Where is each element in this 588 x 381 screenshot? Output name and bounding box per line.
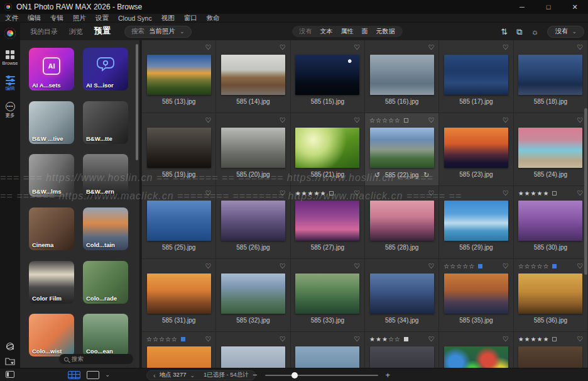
heart-icon[interactable]: ♡ (428, 190, 434, 197)
menu-item[interactable]: 窗口 (184, 14, 197, 23)
preset-card[interactable]: Cold...tain (83, 207, 128, 250)
star-rating[interactable]: ☆☆☆☆☆ (518, 263, 550, 270)
photo-cell[interactable]: ♡585 (17).jpg (439, 40, 513, 113)
tab-inactive[interactable]: 我的目录 (30, 27, 58, 38)
heart-icon[interactable]: ♡ (354, 336, 360, 343)
zoom-slider-knob[interactable] (291, 372, 298, 378)
preset-card[interactable]: Colo...wist (29, 314, 74, 356)
photo-thumbnail[interactable] (518, 201, 582, 241)
photo-cell[interactable]: ♡585 (28).jpg (365, 186, 439, 259)
menu-item[interactable]: 设置 (95, 14, 109, 23)
chevron-down-icon[interactable]: ⌄ (105, 371, 110, 378)
heart-icon[interactable]: ♡ (205, 44, 211, 51)
heart-icon[interactable]: ♡ (280, 263, 286, 270)
photo-cell[interactable]: ☆☆☆☆☆♡585 (35).jpg (439, 259, 513, 332)
photo-thumbnail[interactable] (518, 55, 582, 95)
photo-thumbnail[interactable] (295, 201, 359, 241)
search-filter-option[interactable]: 元数据 (376, 27, 395, 36)
preset-card[interactable]: B&W...lms (29, 154, 74, 197)
photo-cell[interactable]: ♡ (216, 332, 290, 368)
detail-view-button[interactable] (87, 371, 99, 379)
share-sphere-icon[interactable] (5, 341, 15, 351)
heart-icon[interactable]: ♡ (354, 190, 360, 197)
heart-icon[interactable]: ♡ (280, 190, 286, 197)
photo-cell[interactable]: ♡585 (14).jpg (216, 40, 290, 113)
photo-cell[interactable]: ♡585 (34).jpg (365, 259, 439, 332)
menu-item[interactable]: Cloud Sync (118, 14, 152, 22)
zoom-out-icon[interactable]: − (253, 370, 258, 380)
photo-thumbnail[interactable] (147, 201, 211, 241)
maximize-button[interactable]: □ (535, 0, 562, 14)
photo-cell[interactable]: ♡585 (16).jpg (365, 40, 439, 113)
photo-thumbnail[interactable] (370, 201, 434, 241)
module-edit[interactable]: 编辑 (0, 76, 20, 92)
folder-heart-icon[interactable] (5, 356, 15, 365)
photo-cell[interactable]: ♡585 (33).jpg (291, 259, 365, 332)
photo-cell[interactable]: ♡585 (18).jpg (514, 40, 588, 113)
heart-icon[interactable]: ♡ (503, 117, 509, 124)
search-filter-option[interactable]: 没有 (300, 27, 312, 36)
photo-thumbnail[interactable] (221, 201, 285, 241)
photo-thumbnail[interactable] (221, 346, 285, 368)
photo-cell[interactable]: ♡585 (25).jpg (142, 186, 216, 259)
heart-icon[interactable]: ♡ (577, 44, 583, 51)
menu-item[interactable]: 文件 (5, 14, 18, 23)
heart-icon[interactable]: ♡ (577, 263, 583, 270)
photo-thumbnail[interactable] (295, 346, 359, 368)
heart-icon[interactable]: ♡ (354, 44, 360, 51)
photo-thumbnail[interactable] (370, 273, 434, 314)
preset-card[interactable]: AI S...isor (83, 48, 128, 91)
back-icon[interactable]: ‹ (153, 372, 156, 379)
grid-scrollbar[interactable] (584, 108, 587, 275)
photo-thumbnail[interactable] (444, 201, 508, 241)
status-pill[interactable]: ‹ 地点 3277 ⌄ 1已选择 - 54总计 (146, 370, 256, 380)
photo-thumbnail[interactable] (147, 128, 211, 168)
photo-thumbnail[interactable] (370, 128, 434, 168)
heart-icon[interactable]: ♡ (205, 190, 211, 197)
heart-icon[interactable]: ♡ (503, 190, 509, 197)
photo-thumbnail[interactable] (221, 55, 285, 95)
tab-inactive[interactable]: 浏览 (69, 27, 83, 38)
zoom-in-icon[interactable]: + (386, 370, 391, 380)
star-rating[interactable]: ★★★★★ (295, 190, 327, 197)
photo-cell[interactable]: ♡585 (20).jpg (216, 113, 290, 186)
preset-card[interactable]: B&W ...tive (29, 101, 74, 144)
rotate-right-icon[interactable]: ↻ (423, 171, 429, 179)
color-label-badge[interactable] (329, 191, 334, 196)
photo-cell[interactable]: ♡585 (13).jpg (142, 40, 216, 113)
heart-icon[interactable]: ♡ (280, 117, 286, 124)
photo-thumbnail[interactable] (295, 128, 359, 168)
photo-thumbnail[interactable] (147, 273, 211, 314)
stack-icon[interactable]: ⧉ (516, 28, 522, 36)
search-filter-option[interactable]: 面 (362, 27, 368, 36)
photo-cell[interactable]: ♡585 (26).jpg (216, 186, 290, 259)
menu-item[interactable]: 照片 (73, 14, 86, 23)
photo-thumbnail[interactable] (518, 128, 582, 168)
photo-thumbnail[interactable] (444, 273, 508, 314)
photo-thumbnail[interactable] (147, 346, 211, 368)
heart-icon[interactable]: ♡ (577, 117, 583, 124)
heart-icon[interactable]: ♡ (280, 44, 286, 51)
photo-cell[interactable]: ♡585 (21).jpg (291, 113, 365, 186)
menu-item[interactable]: 编辑 (28, 14, 41, 23)
photo-thumbnail[interactable] (295, 273, 359, 314)
photo-thumbnail[interactable] (370, 346, 434, 368)
preset-filter-dropdown[interactable]: 没有 ⌄ (547, 26, 584, 38)
menu-item[interactable]: 视图 (161, 14, 175, 23)
photo-thumbnail[interactable] (444, 346, 508, 368)
photo-thumbnail[interactable] (295, 55, 359, 95)
photo-cell[interactable]: ♡585 (24).jpg (514, 113, 588, 186)
star-rating[interactable]: ☆☆☆☆☆ (146, 336, 178, 343)
module-more[interactable]: ••• 更多 (0, 102, 20, 119)
zoom-slider-track[interactable] (265, 375, 378, 376)
preset-card[interactable]: Color Film (29, 261, 74, 304)
photo-cell[interactable]: ☆☆☆☆☆♡585 (36).jpg (514, 259, 588, 332)
grid-view-button[interactable] (68, 371, 80, 379)
photo-cell[interactable]: ♡585 (19).jpg (142, 113, 216, 186)
photo-cell[interactable]: ☆☆☆☆☆♡↺585 (22).jpg↻ (365, 113, 439, 186)
lightbulb-icon[interactable]: ☼ (531, 28, 539, 36)
preset-card[interactable]: B&W...tte (83, 101, 128, 144)
photo-cell[interactable]: ★★★★★♡ (514, 332, 588, 368)
star-rating[interactable]: ★★★☆☆ (369, 336, 401, 343)
star-rating[interactable]: ☆☆☆☆☆ (369, 117, 401, 124)
